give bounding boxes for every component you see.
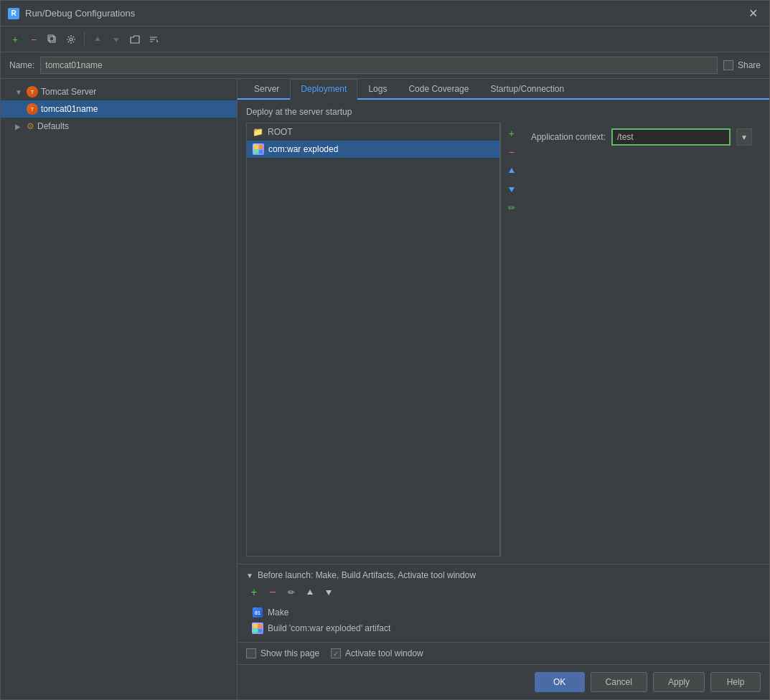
sidebar-item-tomcat-server[interactable]: ▼ T Tomcat Server (1, 83, 237, 100)
artifact-root-label: ROOT (268, 127, 293, 137)
footer: OK Cancel Apply Help (238, 664, 769, 699)
close-button[interactable]: ✕ (744, 5, 762, 22)
before-launch-edit-button[interactable]: ✏ (283, 585, 299, 600)
svg-rect-0 (50, 37, 55, 42)
artifact-item-war[interactable]: com:war exploded (247, 141, 499, 158)
artifact-list-actions: + − ✏ (500, 123, 522, 557)
tomcat-instance-icon: T (27, 103, 38, 115)
add-config-button[interactable]: + (6, 31, 24, 48)
before-launch-collapse[interactable]: ▼ (246, 572, 253, 580)
share-label: Share (738, 60, 761, 70)
tomcat-server-label: Tomcat Server (41, 87, 96, 97)
app-context-label: Application context: (531, 132, 606, 142)
expand-arrow: ▼ (15, 88, 24, 96)
before-launch-item-make: 01 Make (246, 605, 761, 620)
tomcat-icon: T (27, 86, 38, 98)
activate-window-checkbox[interactable] (331, 648, 341, 658)
artifact-edit-button[interactable]: ✏ (504, 200, 520, 216)
tab-logs[interactable]: Logs (357, 79, 398, 100)
before-launch-toolbar: + − ✏ (246, 585, 761, 600)
settings-config-button[interactable] (62, 31, 80, 48)
right-panel: Server Deployment Logs Code Coverage Sta… (238, 79, 769, 699)
before-launch-down-button[interactable] (321, 585, 337, 600)
name-input[interactable] (40, 57, 718, 74)
artifact-up-button[interactable] (504, 163, 520, 179)
activate-window-label: Activate tool window (345, 648, 423, 658)
run-debug-configurations-window: R Run/Debug Configurations ✕ + − (0, 0, 770, 700)
make-label: Make (268, 607, 288, 618)
artifact-add-button[interactable]: + (504, 126, 520, 141)
cancel-button[interactable]: Cancel (591, 672, 647, 692)
artifact-list: 📁 ROOT com:w (247, 123, 499, 556)
before-launch-item-build: Build 'com:war exploded' artifact (246, 620, 761, 636)
sidebar: ▼ T Tomcat Server T tomcat01name ▶ ⚙ Def… (1, 79, 238, 699)
before-launch-section: ▼ Before launch: Make, Build Artifacts, … (238, 564, 769, 642)
name-label: Name: (9, 60, 34, 70)
before-launch-add-button[interactable]: + (246, 585, 262, 600)
defaults-icon: ⚙ (27, 121, 34, 131)
ok-button[interactable]: OK (535, 672, 585, 692)
make-icon: 01 (252, 607, 263, 618)
main-toolbar: + − (1, 27, 769, 52)
sidebar-item-tomcat-instance[interactable]: T tomcat01name (1, 100, 237, 118)
show-page-option: Show this page (246, 648, 319, 658)
move-down-button[interactable] (108, 31, 125, 48)
options-row: Show this page Activate tool window (238, 642, 769, 664)
app-context-input[interactable] (611, 128, 731, 146)
show-page-label: Show this page (260, 648, 319, 658)
svg-point-2 (70, 38, 72, 41)
main-content: ▼ T Tomcat Server T tomcat01name ▶ ⚙ Def… (1, 79, 769, 699)
activate-window-option: Activate tool window (331, 648, 423, 658)
tomcat-instance-label: tomcat01name (41, 104, 98, 114)
war-icon (253, 143, 264, 155)
tab-deployment[interactable]: Deployment (290, 79, 357, 100)
before-launch-up-button[interactable] (302, 585, 318, 600)
title-bar: R Run/Debug Configurations ✕ (1, 1, 769, 27)
folder-icon: 📁 (253, 127, 263, 137)
before-launch-header: ▼ Before launch: Make, Build Artifacts, … (246, 570, 761, 580)
show-page-checkbox[interactable] (246, 648, 256, 658)
window-title: Run/Debug Configurations (25, 8, 744, 19)
defaults-label: Defaults (37, 121, 69, 131)
svg-rect-1 (48, 35, 54, 41)
build-label: Build 'com:war exploded' artifact (268, 623, 390, 633)
artifact-section: 📁 ROOT com:w (246, 123, 500, 557)
tab-server[interactable]: Server (243, 79, 290, 100)
artifact-down-button[interactable] (504, 181, 520, 197)
share-checkbox[interactable] (723, 60, 733, 70)
tab-code-coverage[interactable]: Code Coverage (398, 79, 479, 100)
deploy-area: 📁 ROOT com:w (246, 123, 761, 557)
tab-startup-connection[interactable]: Startup/Connection (479, 79, 575, 100)
deployment-panel: Deploy at the server startup 📁 ROOT (238, 100, 769, 564)
app-icon: R (8, 8, 19, 19)
artifact-item-root[interactable]: 📁 ROOT (247, 123, 499, 141)
remove-config-button[interactable]: − (25, 31, 42, 48)
artifact-war-label: com:war exploded (268, 144, 338, 154)
app-context-row: Application context: ▼ (531, 128, 752, 146)
app-context-area: Application context: ▼ (522, 123, 761, 557)
before-launch-remove-button[interactable]: − (265, 585, 281, 600)
sidebar-item-defaults[interactable]: ▶ ⚙ Defaults (1, 118, 237, 135)
tab-bar: Server Deployment Logs Code Coverage Sta… (238, 79, 769, 100)
share-area: Share (723, 60, 761, 70)
defaults-arrow: ▶ (15, 123, 24, 131)
help-button[interactable]: Help (710, 672, 761, 692)
folder-button[interactable] (126, 31, 144, 48)
move-up-button[interactable] (89, 31, 106, 48)
before-launch-title: Before launch: Make, Build Artifacts, Ac… (258, 570, 476, 580)
sort-button[interactable] (145, 31, 162, 48)
copy-config-button[interactable] (44, 31, 61, 48)
deploy-at-startup-label: Deploy at the server startup (246, 107, 761, 117)
apply-button[interactable]: Apply (653, 672, 705, 692)
name-row: Name: Share (1, 52, 769, 79)
app-context-dropdown[interactable]: ▼ (736, 128, 752, 146)
toolbar-separator (84, 32, 85, 47)
build-icon (252, 623, 263, 634)
artifact-remove-button[interactable]: − (504, 144, 520, 160)
